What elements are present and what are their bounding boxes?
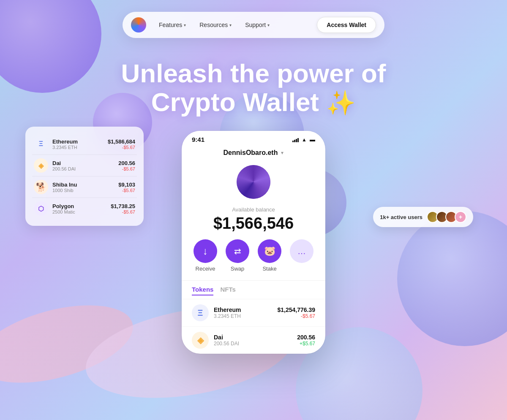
tab-tokens[interactable]: Tokens bbox=[192, 286, 213, 295]
chevron-down-icon: ▾ bbox=[184, 23, 186, 27]
avatar-group: + bbox=[427, 211, 466, 223]
balance-amount: $1,566,546 bbox=[182, 214, 325, 233]
status-icons: ▲ ▬ bbox=[292, 136, 315, 143]
battery-icon: ▬ bbox=[310, 136, 315, 143]
phone-tabs: Tokens NFTs bbox=[182, 280, 325, 299]
chevron-down-icon: ▾ bbox=[281, 150, 283, 156]
phone-mockup: 9:41 ▲ ▬ DennisObaro.eth ▾ Available bal… bbox=[182, 131, 325, 354]
tab-nfts[interactable]: NFTs bbox=[220, 286, 235, 295]
blob-top-left bbox=[0, 0, 101, 93]
active-users-badge: 1k+ active users + bbox=[373, 207, 473, 227]
navbar: Features ▾ Resources ▾ Support ▾ Access … bbox=[123, 12, 384, 38]
token-row-dai: ◈ Dai 200.56 DAI 200.56 -$5.67 bbox=[32, 155, 137, 176]
hero-section: Unleash the power of Crypto Wallet ✨ bbox=[106, 59, 401, 117]
wallet-avatar-container bbox=[182, 161, 325, 203]
nav-logo-icon bbox=[131, 17, 146, 33]
phone-wallet-header: DennisObaro.eth ▾ bbox=[182, 145, 325, 161]
wifi-icon: ▲ bbox=[302, 137, 307, 143]
action-buttons: ↓ Receive ⇄ Swap 🐷 Stake … bbox=[182, 239, 325, 280]
stake-icon: 🐷 bbox=[258, 239, 281, 263]
balance-label: Available balance bbox=[182, 206, 325, 213]
dai-icon: ◈ bbox=[34, 158, 48, 173]
nav-links: Features ▾ Resources ▾ Support ▾ bbox=[153, 18, 317, 32]
phone-dai-icon: ◈ bbox=[192, 332, 209, 349]
phone-token-dai: ◈ Dai 200.56 DAI 200.56 +$5.67 bbox=[182, 326, 325, 354]
nav-resources[interactable]: Resources ▾ bbox=[194, 18, 237, 32]
swap-button[interactable]: ⇄ Swap bbox=[226, 239, 249, 272]
receive-icon: ↓ bbox=[194, 239, 217, 263]
chevron-down-icon: ▾ bbox=[267, 23, 270, 27]
chevron-down-icon: ▾ bbox=[229, 23, 232, 27]
blob-right-large bbox=[397, 211, 507, 346]
phone-eth-icon: Ξ bbox=[192, 304, 209, 321]
wallet-avatar bbox=[237, 165, 270, 199]
nav-features[interactable]: Features ▾ bbox=[153, 18, 192, 32]
nav-support[interactable]: Support ▾ bbox=[239, 18, 275, 32]
more-button[interactable]: … bbox=[290, 239, 313, 272]
access-wallet-button[interactable]: Access Wallet bbox=[317, 17, 376, 33]
phone-token-eth: Ξ Ethereum 3.2345 ETH $1,254,776.39 -$5.… bbox=[182, 299, 325, 326]
active-users-label: 1k+ active users bbox=[380, 214, 422, 220]
eth-icon: Ξ bbox=[34, 137, 48, 151]
shib-icon: 🐕 bbox=[34, 180, 48, 194]
receive-button[interactable]: ↓ Receive bbox=[194, 239, 217, 272]
token-row-shib: 🐕 Shiba Inu 1000 Shib $9,103 -$5.67 bbox=[32, 176, 137, 198]
stake-button[interactable]: 🐷 Stake bbox=[258, 239, 281, 272]
more-icon: … bbox=[290, 239, 313, 263]
hero-title: Unleash the power of Crypto Wallet ✨ bbox=[106, 59, 401, 117]
token-row-matic: ⬡ Polygon 2500 Matic $1,738.25 -$5.67 bbox=[32, 198, 137, 219]
matic-icon: ⬡ bbox=[34, 201, 48, 216]
phone-status-bar: 9:41 ▲ ▬ bbox=[182, 131, 325, 145]
blob-bottom-left bbox=[0, 291, 141, 398]
token-row-eth: Ξ Ethereum 3.2345 ETH $1,586,684 -$5.67 bbox=[32, 133, 137, 155]
signal-bars-icon bbox=[292, 137, 299, 142]
token-list-card: Ξ Ethereum 3.2345 ETH $1,586,684 -$5.67 … bbox=[25, 127, 144, 226]
avatar-plus: + bbox=[455, 211, 466, 223]
swap-icon: ⇄ bbox=[226, 239, 249, 263]
sparkle-icon: ✨ bbox=[326, 89, 356, 116]
